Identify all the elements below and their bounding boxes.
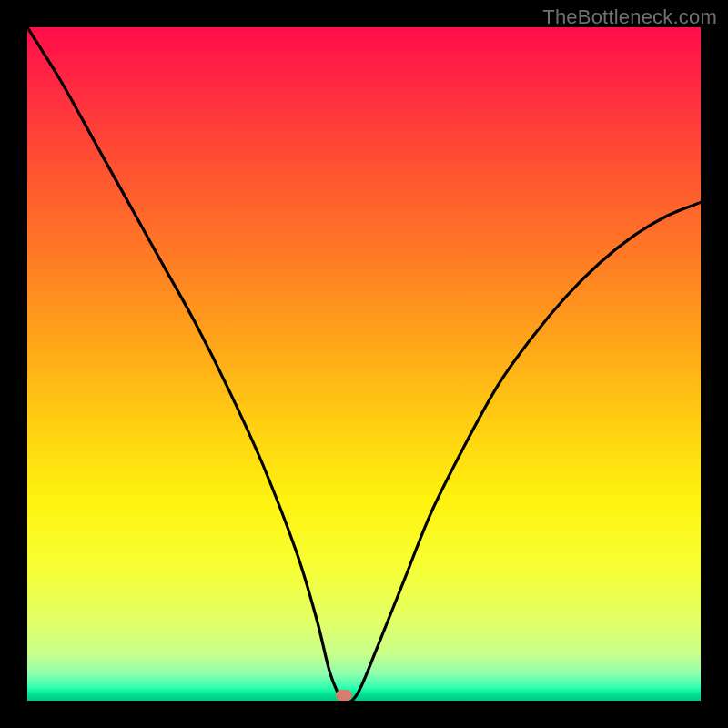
watermark-text: TheBottleneck.com [542, 5, 717, 29]
plot-area [27, 27, 701, 701]
bottleneck-curve [27, 27, 701, 701]
chart-frame: TheBottleneck.com [0, 0, 728, 728]
optimum-marker [336, 690, 352, 701]
